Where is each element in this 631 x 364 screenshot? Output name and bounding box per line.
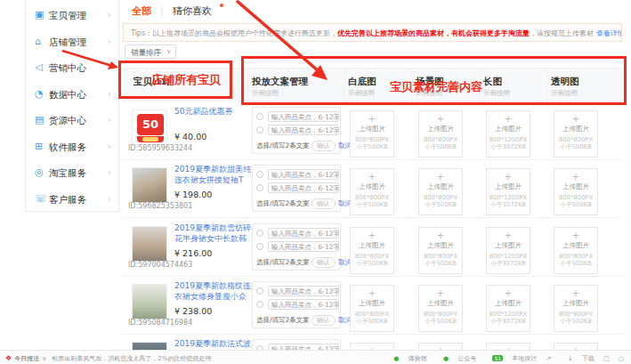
table-row: 2019夏季新款甜美纯连衣裙女拼接短袖T恤中长款 ¥ 198.00 ID:596… <box>123 160 624 218</box>
checkbox[interactable] <box>256 184 263 191</box>
selling-point-input[interactable] <box>268 241 339 252</box>
sidebar-item-item-manage[interactable]: ▣宝贝管理› <box>26 6 118 28</box>
selling-point-input[interactable] <box>268 169 339 180</box>
sidebar: ▣宝贝管理› ⌂店铺管理› ◁营销中心› ◔数据中心› ▤货源中心› ⊞软件服务… <box>25 0 119 212</box>
sidebar-item-data-center[interactable]: ◔数据中心› <box>26 85 118 107</box>
status-item[interactable]: ● 公众号 <box>436 355 476 362</box>
tips-highlight: 优先完善以上推荐场景的商品素材，有机会获得更多手淘流量 <box>337 29 530 37</box>
checkbox[interactable] <box>256 171 263 178</box>
product-image[interactable] <box>132 226 167 262</box>
product-price: ¥ 238.00 <box>174 306 212 316</box>
window-icon[interactable]: ▢ <box>603 355 610 362</box>
product-image[interactable]: 50 <box>132 109 167 145</box>
confirm-button[interactable]: 确认 <box>311 141 336 151</box>
tab-all[interactable]: 全部 <box>132 4 151 18</box>
product-image[interactable] <box>132 284 167 320</box>
plus-icon: + <box>419 288 462 299</box>
column-long: 长图 <box>483 76 502 88</box>
product-title-link[interactable]: 2019夏季新款格纹连衣裙女修身显瘦小众网红 <box>174 281 251 303</box>
tab-guess-you-like[interactable]: 猜你喜欢 <box>173 4 212 18</box>
circle-icon[interactable]: ○ <box>619 355 624 362</box>
product-title-link[interactable]: 2019夏季新款甜美纯连衣裙女拼接短袖T恤中长款 <box>174 165 251 186</box>
checkbox[interactable] <box>256 230 263 237</box>
selling-point-input[interactable] <box>268 286 339 296</box>
product-title-link[interactable]: 50元新品优惠券 <box>174 107 251 128</box>
notification-dot <box>220 4 223 7</box>
upload-long[interactable]: +上传图片800*1200PX小于3072KB <box>486 168 530 215</box>
checkbox[interactable] <box>256 243 263 250</box>
selling-point-input[interactable] <box>268 228 339 239</box>
sidebar-item-marketing-center[interactable]: ◁营销中心› <box>26 59 118 80</box>
plus-icon: + <box>351 172 393 182</box>
copy-editor: 选择/填写2条文案确认取消 <box>252 281 341 328</box>
download-button[interactable]: ↓ 下载 <box>561 355 595 362</box>
copy-editor: 选择/填写2条文案确认取消 <box>252 165 341 212</box>
upload-white-bg[interactable]: +上传图片800*800PX小于500KB <box>350 168 394 215</box>
upload-transparent[interactable]: +上传图片800*800PX小于500KB <box>554 168 598 215</box>
confirm-button[interactable]: 确认 <box>311 257 336 268</box>
upload-long[interactable]: +上传图片800*1200PX小于3072KB <box>486 285 530 332</box>
chevron-right-icon: › <box>108 142 111 151</box>
bottom-bar: ❖今日报送∨检票出刷单风气后，消耗也涨太高了，2%的比价统统处理 ● 体验馆 ●… <box>0 350 631 364</box>
sort-dropdown[interactable]: 销量排序 ∨ <box>125 44 176 59</box>
product-price: ¥ 216.00 <box>174 248 212 258</box>
shop-icon: ⌂ <box>35 36 41 47</box>
product-title-link[interactable]: 2019夏季新款雪纺碎花半身裙女中长款韩版白 <box>174 223 251 245</box>
column-transparent: 透明图 <box>551 76 579 88</box>
view-details-link[interactable]: 查看详情> <box>596 29 622 37</box>
upload-transparent[interactable]: +上传图片800*800PX小于500KB <box>554 110 598 158</box>
selling-point-input[interactable] <box>268 299 339 310</box>
sidebar-item-supply-center[interactable]: ▤货源中心› <box>26 111 118 133</box>
upload-transparent[interactable]: +上传图片800*800PX小于500KB <box>554 285 598 332</box>
upload-white-bg[interactable]: +上传图片800*800PX小于500KB <box>350 285 394 332</box>
copy-footer-label: 选择/填写2条文案 <box>256 258 310 266</box>
product-image[interactable] <box>132 167 167 203</box>
upload-scene[interactable]: +上传图片800*800PX小于500KB <box>418 285 463 332</box>
plus-icon: + <box>351 288 393 299</box>
selling-point-input[interactable] <box>268 182 339 193</box>
confirm-button[interactable]: 确认 <box>311 315 336 326</box>
status-item[interactable]: ● 体验馆 <box>386 355 426 362</box>
product-id: ID:585959633244 <box>128 144 192 152</box>
sidebar-item-taobao-service[interactable]: ◎淘宝服务› <box>26 164 118 185</box>
app-window: ▣宝贝管理› ⌂店铺管理› ◁营销中心› ◔数据中心› ▤货源中心› ⊞软件服务… <box>0 0 631 364</box>
chevron-right-icon: › <box>108 89 111 99</box>
share-icon[interactable]: ↗ <box>546 355 552 362</box>
taobao-icon: ◎ <box>35 166 44 178</box>
checkbox[interactable] <box>256 301 263 308</box>
plus-icon: + <box>351 114 393 125</box>
checkbox[interactable] <box>256 287 263 295</box>
plus-icon: + <box>351 231 393 241</box>
chevron-right-icon: › <box>108 36 111 46</box>
plus-icon: + <box>487 231 530 241</box>
chevron-down-icon[interactable]: ∨ <box>42 355 46 362</box>
upload-scene[interactable]: +上传图片800*800PX小于500KB <box>418 227 463 274</box>
badge-51-icon: 51 <box>492 355 503 361</box>
checkbox[interactable] <box>256 113 263 120</box>
sidebar-item-customer-service[interactable]: ☏客户服务› <box>26 190 118 212</box>
brand-icon: ❖ <box>5 354 12 362</box>
confirm-button[interactable]: 确认 <box>311 198 336 209</box>
selling-point-input[interactable] <box>268 111 339 122</box>
chevron-right-icon: › <box>108 194 111 204</box>
column-scene: 场景图 <box>416 76 444 88</box>
table-row: 2019夏季新款格纹连衣裙女修身显瘦小众网红 ¥ 238.00 ID:59508… <box>123 277 624 335</box>
upload-long[interactable]: +上传图片800*1200PX小于3072KB <box>486 227 530 274</box>
upload-white-bg[interactable]: +上传图片800*800PX小于500KB <box>350 227 394 274</box>
plus-icon: + <box>487 172 530 182</box>
plus-icon: + <box>554 231 597 241</box>
upload-scene[interactable]: +上传图片800*800PX小于500KB <box>418 168 463 215</box>
sidebar-item-software-service[interactable]: ⊞软件服务› <box>26 138 118 159</box>
status-item[interactable]: 51 本地设计 <box>485 355 537 362</box>
selling-point-input[interactable] <box>268 125 339 135</box>
checkbox[interactable] <box>256 126 263 133</box>
upload-transparent[interactable]: +上传图片800*800PX小于500KB <box>554 227 598 274</box>
sidebar-item-shop-manage[interactable]: ⌂店铺管理› <box>26 33 118 54</box>
bottom-brand[interactable]: 今日报送 <box>14 355 39 362</box>
coupon-tag <box>142 137 158 142</box>
upload-white-bg[interactable]: +上传图片800*800PX小于500KB <box>350 110 394 158</box>
upload-scene[interactable]: +上传图片800*800PX小于500KB <box>418 110 463 158</box>
upload-long[interactable]: +上传图片800*1200PX小于3072KB <box>486 110 530 158</box>
tips-banner: Tips：以上推荐场景的商品会根据用户个性化需求进行圈选更新，优先完善以上推荐场… <box>123 23 622 42</box>
chevron-right-icon: › <box>108 115 111 125</box>
